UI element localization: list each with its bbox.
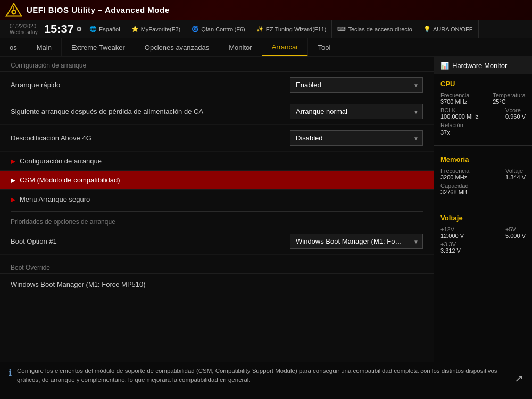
above-4g-label: Descodificación Above 4G xyxy=(11,134,290,142)
toolbar-time: 15:37 ⚙ xyxy=(42,22,84,36)
tab-monitor[interactable]: Monitor xyxy=(219,38,262,56)
above-4g-select[interactable]: Disabled Enabled xyxy=(290,130,423,146)
siguiente-arranque-dropdown-wrapper: Arranque normal Power Off Last State xyxy=(290,104,423,119)
tab-opciones-avanzadas[interactable]: Opciones avanzadas xyxy=(135,38,219,56)
info-bar: ℹ Configure los elementos del módulo de … xyxy=(0,362,532,399)
globe-icon: 🌐 xyxy=(89,26,97,32)
above-4g-row: Descodificación Above 4G Disabled Enable… xyxy=(0,125,434,152)
boot-override-label: Boot Override xyxy=(0,260,434,274)
bios-header: UEFI BIOS Utility – Advanced Mode xyxy=(0,0,532,20)
boot-option-select[interactable]: Windows Boot Manager (M1: Fo… xyxy=(290,234,423,249)
arranque-rapido-label: Arranque rápido xyxy=(11,81,290,89)
section-divider xyxy=(11,211,423,212)
chevron-right-icon-active: ▶ xyxy=(11,177,15,184)
aura-icon: 💡 xyxy=(423,26,431,32)
tab-arrancar[interactable]: Arrancar xyxy=(262,38,309,56)
sidebar-voltaje-section: Voltaje +12V 12.000 V +5V 5.000 V +3.3V … xyxy=(434,209,532,258)
keyboard-icon: ⌨ xyxy=(337,26,346,32)
hardware-monitor-sidebar: 📊 Hardware Monitor CPU Frecuencia 3700 M… xyxy=(434,57,532,362)
sidebar-voltaje-title: Voltaje xyxy=(440,214,526,222)
chevron-right-icon: ▶ xyxy=(11,157,15,165)
wand-icon: ✨ xyxy=(256,26,264,32)
logo-area: UEFI BIOS Utility – Advanced Mode xyxy=(5,3,169,18)
boot-override-item-row[interactable]: Windows Boot Manager (M1: Force MP510) xyxy=(0,274,434,295)
sidebar-title: 📊 Hardware Monitor xyxy=(434,57,532,74)
toolbar-language[interactable]: 🌐 Español xyxy=(84,20,126,38)
boot-option-row: Boot Option #1 Windows Boot Manager (M1:… xyxy=(0,228,434,255)
above-4g-dropdown-wrapper: Disabled Enabled xyxy=(290,130,423,146)
sidebar-volt-33v: +3.3V 3.312 V xyxy=(440,241,526,254)
sidebar-cpu-section: CPU Frecuencia 3700 MHz Temperatura 25°C… xyxy=(434,74,532,141)
content-area: Configuración de arranque Arranque rápid… xyxy=(0,57,434,362)
section-configuracion-label: Configuración de arranque xyxy=(0,57,434,72)
boot-option-dropdown-wrapper: Windows Boot Manager (M1: Fo… xyxy=(290,234,423,249)
sidebar-mem-capacity: Capacidad 32768 MB xyxy=(440,182,526,195)
rog-logo-icon xyxy=(5,3,22,18)
bios-title: UEFI BIOS Utility – Advanced Mode xyxy=(27,5,169,14)
nav-configuracion-arranque[interactable]: ▶ Configuración de arranque xyxy=(0,152,434,171)
tab-os[interactable]: os xyxy=(0,38,27,56)
sidebar-mem-freq-volt: Frecuencia 3200 MHz Voltaje 1.344 V xyxy=(440,168,526,180)
toolbar: 01/22/2020 Wednesday 15:37 ⚙ 🌐 Español ⭐… xyxy=(0,20,532,38)
nav-csm[interactable]: ▶ CSM (Módulo de compatibilidad) xyxy=(0,171,434,190)
toolbar-eztuning[interactable]: ✨ EZ Tuning Wizard(F11) xyxy=(251,20,332,38)
star-icon: ⭐ xyxy=(131,26,139,32)
sidebar-volt-12v-5v: +12V 12.000 V +5V 5.000 V xyxy=(440,226,526,239)
nav-tabs: os Main Extreme Tweaker Opciones avanzad… xyxy=(0,38,532,57)
toolbar-myfavorite[interactable]: ⭐ MyFavorite(F3) xyxy=(126,20,187,38)
toolbar-aura[interactable]: 💡 AURA ON/OFF xyxy=(418,20,479,38)
info-icon: ℹ xyxy=(9,368,12,378)
nav-arranque-seguro[interactable]: ▶ Menú Arranque seguro xyxy=(0,190,434,209)
sidebar-divider-2 xyxy=(434,204,532,204)
siguiente-arranque-row: Siguiente arranque después de pérdida de… xyxy=(0,98,434,125)
boot-override-item-label: Windows Boot Manager (M1: Force MP510) xyxy=(11,280,423,288)
sidebar-memoria-section: Memoria Frecuencia 3200 MHz Voltaje 1.34… xyxy=(434,150,532,200)
fan-icon: 🌀 xyxy=(192,26,199,32)
sidebar-cpu-freq-temp: Frecuencia 3700 MHz Temperatura 25°C xyxy=(440,92,526,105)
cursor-indicator: ↗ xyxy=(514,372,523,385)
siguiente-arranque-select[interactable]: Arranque normal Power Off Last State xyxy=(290,104,423,119)
boot-override-divider xyxy=(11,257,423,257)
main-layout: Configuración de arranque Arranque rápid… xyxy=(0,57,532,362)
sidebar-memoria-title: Memoria xyxy=(440,155,526,163)
arranque-rapido-dropdown-wrapper: Enabled Disabled xyxy=(290,77,423,93)
arranque-rapido-select[interactable]: Enabled Disabled xyxy=(290,77,423,93)
chevron-right-icon-2: ▶ xyxy=(11,196,15,203)
tab-extreme-tweaker[interactable]: Extreme Tweaker xyxy=(62,38,135,56)
siguiente-arranque-label: Siguiente arranque después de pérdida de… xyxy=(11,107,290,115)
sidebar-cpu-bclk-vcore: BCLK 100.0000 MHz Vcore 0.960 V xyxy=(440,107,526,120)
tab-tool[interactable]: Tool xyxy=(308,38,340,56)
toolbar-date: 01/22/2020 Wednesday xyxy=(5,23,42,35)
settings-icon[interactable]: ⚙ xyxy=(76,26,82,33)
sidebar-divider-1 xyxy=(434,145,532,146)
svg-point-2 xyxy=(13,11,15,13)
boot-option-label: Boot Option #1 xyxy=(11,237,290,245)
sidebar-cpu-title: CPU xyxy=(440,80,526,88)
arranque-rapido-row: Arranque rápido Enabled Disabled xyxy=(0,72,434,98)
toolbar-qfan[interactable]: 🌀 Qfan Control(F6) xyxy=(186,20,251,38)
info-text: Configure los elementos del módulo de so… xyxy=(17,367,509,385)
section-prioridades-label: Prioridades de opciones de arranque xyxy=(0,214,434,228)
monitor-icon: 📊 xyxy=(440,62,449,70)
toolbar-hotkeys[interactable]: ⌨ Teclas de acceso directo xyxy=(332,20,418,38)
tab-main[interactable]: Main xyxy=(27,38,62,56)
